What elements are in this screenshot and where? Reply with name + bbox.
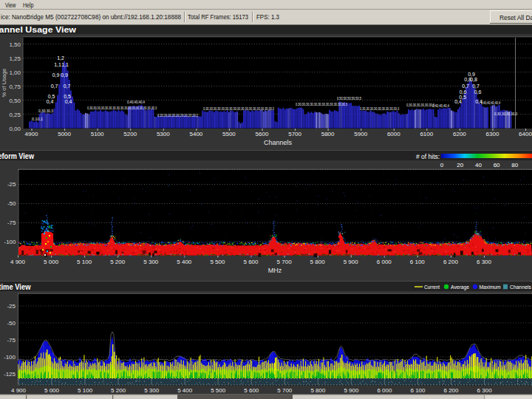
svg-text:Reset All Data: Reset All Data xyxy=(499,14,532,21)
svg-text:5 300: 5 300 xyxy=(143,259,159,265)
svg-text:4900: 4900 xyxy=(25,131,38,137)
svg-text:-75: -75 xyxy=(7,337,16,344)
svg-text:5 500: 5 500 xyxy=(210,259,225,265)
svg-text:5900: 5900 xyxy=(354,131,367,137)
svg-text:5 000: 5 000 xyxy=(44,259,59,265)
svg-text:6400: 6400 xyxy=(519,131,532,137)
svg-text:0: 0 xyxy=(440,162,444,168)
svg-text:-50: -50 xyxy=(7,320,16,327)
svg-text:-50: -50 xyxy=(7,200,16,207)
svg-text:5 600: 5 600 xyxy=(244,387,259,394)
svg-text:Maximum: Maximum xyxy=(480,284,501,290)
svg-text:0,4: 0,4 xyxy=(47,99,54,104)
svg-text:0,7: 0,7 xyxy=(64,83,71,89)
svg-text:6 000: 6 000 xyxy=(377,259,392,265)
svg-text:5 800: 5 800 xyxy=(310,387,326,394)
svg-text:6300: 6300 xyxy=(486,131,499,137)
svg-text:-25: -25 xyxy=(7,181,16,188)
svg-text:5 300: 5 300 xyxy=(144,387,160,394)
svg-text:0,40,40,40,4: 0,40,40,40,4 xyxy=(432,103,449,108)
svg-text:5700: 5700 xyxy=(288,131,301,137)
svg-text:20: 20 xyxy=(457,162,463,168)
svg-text:View: View xyxy=(5,1,16,9)
svg-text:0,9: 0,9 xyxy=(52,72,60,78)
svg-text:40: 40 xyxy=(475,162,482,168)
svg-text:5000: 5000 xyxy=(58,131,71,137)
svg-text:# of hits:: # of hits: xyxy=(416,153,440,160)
svg-text:5400: 5400 xyxy=(190,131,203,137)
svg-text:6000: 6000 xyxy=(387,131,400,137)
svg-text:0,50: 0,50 xyxy=(9,98,21,104)
svg-text:0,50,50,50,50,50,5: 0,50,50,50,50,50,5 xyxy=(337,95,361,100)
svg-text:0,30,30,30,30,30,30,30,30,30,3: 0,30,30,30,30,30,30,30,30,30,3 xyxy=(360,106,399,111)
svg-text:FPS: 1.3: FPS: 1.3 xyxy=(256,13,279,21)
svg-text:80: 80 xyxy=(511,162,518,168)
svg-text:0,5: 0,5 xyxy=(48,94,55,99)
svg-text:5 700: 5 700 xyxy=(277,259,293,265)
svg-text:0,10,1: 0,10,1 xyxy=(32,116,43,121)
svg-text:5 800: 5 800 xyxy=(310,259,326,265)
svg-text:5 500: 5 500 xyxy=(211,387,226,394)
svg-text:5 900: 5 900 xyxy=(344,259,359,265)
svg-text:5 400: 5 400 xyxy=(177,259,192,265)
svg-text:6 100: 6 100 xyxy=(410,387,426,394)
svg-text:Channel Usage View: Channel Usage View xyxy=(0,26,76,34)
svg-text:0,8: 0,8 xyxy=(470,77,477,82)
svg-text:0,9: 0,9 xyxy=(468,72,475,77)
svg-text:5500: 5500 xyxy=(222,131,236,137)
svg-text:5 700: 5 700 xyxy=(277,387,293,394)
svg-text:6 100: 6 100 xyxy=(410,259,426,265)
svg-text:0,9: 0,9 xyxy=(61,72,68,78)
svg-text:0,75: 0,75 xyxy=(9,83,21,90)
svg-text:5 100: 5 100 xyxy=(77,259,92,265)
svg-text:6 300: 6 300 xyxy=(477,387,493,394)
svg-text:5200: 5200 xyxy=(123,131,137,137)
svg-text:0,00: 0,00 xyxy=(9,126,21,132)
svg-text:5 400: 5 400 xyxy=(177,387,193,394)
svg-text:5 900: 5 900 xyxy=(344,387,359,394)
svg-text:0,40,40,40,40,4: 0,40,40,40,40,4 xyxy=(481,100,500,105)
svg-text:1,25: 1,25 xyxy=(9,55,21,62)
svg-text:0,30,30,30,30,30,30,3: 0,30,30,30,30,30,30,3 xyxy=(406,102,434,107)
svg-text:5 200: 5 200 xyxy=(111,387,126,394)
svg-text:Total RF Frames: 15173: Total RF Frames: 15173 xyxy=(188,13,248,21)
svg-text:6100: 6100 xyxy=(420,131,433,137)
svg-text:6 300: 6 300 xyxy=(477,259,492,265)
svg-text:1,00: 1,00 xyxy=(9,69,21,76)
svg-text:-125: -125 xyxy=(4,371,16,378)
svg-text:60: 60 xyxy=(494,162,500,168)
svg-text:Realtime View: Realtime View xyxy=(0,283,31,291)
svg-text:0,5: 0,5 xyxy=(64,94,71,99)
svg-text:0,7: 0,7 xyxy=(462,83,469,89)
svg-text:5 200: 5 200 xyxy=(110,259,126,265)
svg-text:0,30,30,30,30,3: 0,30,30,30,30,3 xyxy=(494,111,517,116)
svg-text:-25: -25 xyxy=(7,303,16,310)
svg-text:0,6: 0,6 xyxy=(474,89,482,95)
svg-text:5 000: 5 000 xyxy=(44,387,60,394)
svg-text:-100: -100 xyxy=(4,354,16,361)
svg-text:5 600: 5 600 xyxy=(243,259,259,265)
svg-text:0,20,20,20,20,20,20,20,20,20,2: 0,20,20,20,20,20,20,20,20,20,2 xyxy=(157,112,198,117)
svg-text:0,6: 0,6 xyxy=(460,89,467,95)
svg-text:MHz: MHz xyxy=(268,267,282,274)
svg-text:6 000: 6 000 xyxy=(377,387,392,394)
svg-text:0,40,40,40,4: 0,40,40,40,4 xyxy=(127,99,145,104)
svg-text:0,4: 0,4 xyxy=(65,99,72,104)
svg-text:5600: 5600 xyxy=(256,131,269,137)
svg-text:0,30,30,30,30,30,30,30,30,30,3: 0,30,30,30,30,30,30,30,30,30,30,30,30,3 xyxy=(296,101,347,106)
svg-text:1,2: 1,2 xyxy=(57,55,64,61)
svg-text:ice: NanoBridge M5 (002722708C: ice: NanoBridge M5 (002722708C98) on ubn… xyxy=(1,13,181,21)
svg-text:Waveform View: Waveform View xyxy=(0,152,34,160)
svg-text:5100: 5100 xyxy=(91,131,104,137)
svg-text:4 900: 4 900 xyxy=(11,387,27,394)
svg-text:0,7: 0,7 xyxy=(51,83,58,89)
svg-text:Help: Help xyxy=(23,1,34,9)
svg-text:% of Usage: % of Usage xyxy=(1,69,7,98)
svg-text:Average: Average xyxy=(451,284,469,290)
svg-text:-100: -100 xyxy=(4,239,16,245)
svg-text:5300: 5300 xyxy=(157,131,170,137)
svg-text:1,1: 1,1 xyxy=(61,62,69,67)
svg-text:0,30,30,30,30,30,30,30,30,30,3: 0,30,30,30,30,30,30,30,30,30,30,30,30,30… xyxy=(87,105,157,110)
svg-text:0,4: 0,4 xyxy=(454,99,462,104)
svg-text:Channels: Channels xyxy=(510,284,531,290)
